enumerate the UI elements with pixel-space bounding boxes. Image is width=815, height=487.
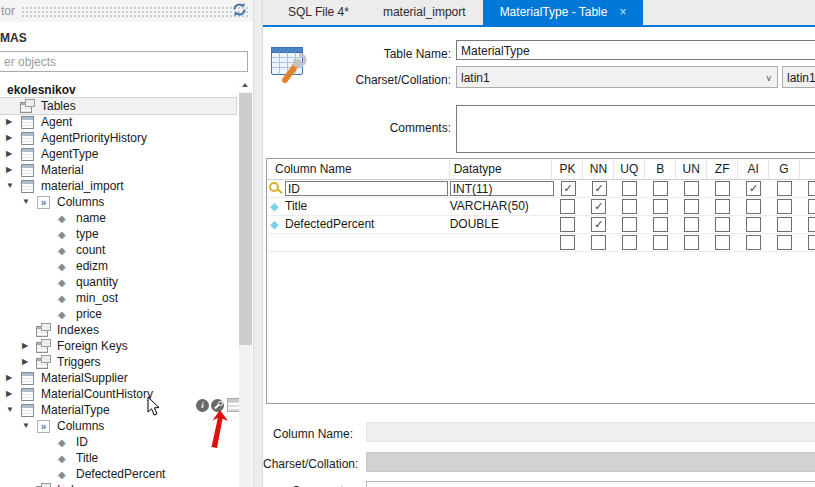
tree-item-column-defectedpercent[interactable]: DefectedPercent (0, 466, 238, 482)
expand-arrow[interactable] (22, 354, 36, 370)
tree-item-material[interactable]: Material (0, 162, 238, 178)
expand-arrow[interactable] (6, 130, 20, 146)
scrollbar-up-arrow[interactable] (239, 78, 252, 92)
tree-item-column-title[interactable]: Title (0, 450, 238, 466)
tree-item-schema[interactable]: ekolesnikov (0, 82, 238, 98)
column-row-empty[interactable] (267, 234, 815, 252)
table-name-input[interactable]: MaterialType (456, 40, 815, 60)
expand-arrow[interactable] (6, 162, 20, 178)
column-name-cell[interactable]: Title (285, 199, 450, 214)
expand-arrow[interactable] (6, 114, 20, 130)
table-wrench-icon[interactable] (211, 399, 224, 412)
tree-item-column-min-ost[interactable]: min_ost (0, 290, 238, 306)
pk-checkbox[interactable] (560, 217, 575, 232)
tree-item-column-price[interactable]: price (0, 306, 238, 322)
tree-item-column-edizm[interactable]: edizm (0, 258, 238, 274)
partial-checkbox[interactable] (808, 235, 815, 250)
pk-checkbox[interactable]: ✓ (561, 181, 576, 196)
datatype-cell[interactable]: DOUBLE (450, 217, 553, 232)
comments-textarea[interactable] (456, 105, 815, 153)
uq-checkbox[interactable] (622, 181, 637, 196)
g-checkbox[interactable] (777, 235, 792, 250)
un-checkbox[interactable] (684, 181, 699, 196)
tree-item-foreign-keys[interactable]: Foreign Keys (0, 338, 238, 354)
column-name-editbox[interactable]: ID (285, 181, 448, 196)
partial-checkbox[interactable] (808, 217, 815, 232)
column-row-defectedpercent[interactable]: DefectedPercent DOUBLE ✓ (267, 216, 815, 234)
tab-sql-file-4[interactable]: SQL File 4* (271, 0, 366, 25)
zf-checkbox[interactable] (715, 199, 730, 214)
tree-item-column-id[interactable]: ID (0, 434, 238, 450)
expand-arrow[interactable] (6, 178, 20, 194)
pk-checkbox[interactable] (560, 199, 575, 214)
g-checkbox[interactable] (777, 181, 792, 196)
header-g[interactable]: G (769, 160, 800, 179)
ai-checkbox[interactable] (746, 199, 761, 214)
header-datatype[interactable]: Datatype (450, 160, 553, 179)
tree-item-agenttype[interactable]: AgentType (0, 146, 238, 162)
header-un[interactable]: UN (676, 160, 707, 179)
expand-arrow[interactable] (6, 370, 20, 386)
tab-material-import[interactable]: material_import (366, 0, 483, 25)
pk-checkbox[interactable] (560, 235, 575, 250)
tree-item-indexes-materialtype[interactable]: Indexes (0, 482, 238, 487)
expand-arrow[interactable] (22, 418, 36, 434)
header-ai[interactable]: AI (738, 160, 769, 179)
ai-checkbox[interactable]: ✓ (746, 181, 761, 196)
nn-checkbox[interactable]: ✓ (592, 181, 607, 196)
zf-checkbox[interactable] (715, 235, 730, 250)
tab-materialtype-table[interactable]: MaterialType - Table× (483, 0, 644, 25)
header-b[interactable]: B (645, 160, 676, 179)
header-nn[interactable]: NN (583, 160, 614, 179)
scrollbar-thumb[interactable] (239, 93, 252, 345)
tree-item-column-type[interactable]: type (0, 226, 238, 242)
un-checkbox[interactable] (684, 217, 699, 232)
uq-checkbox[interactable] (622, 199, 637, 214)
b-checkbox[interactable] (653, 199, 668, 214)
partial-checkbox[interactable] (808, 181, 815, 196)
ai-checkbox[interactable] (746, 235, 761, 250)
column-name-cell[interactable]: DefectedPercent (285, 217, 450, 232)
expand-arrow[interactable] (22, 194, 36, 210)
nn-checkbox[interactable]: ✓ (591, 199, 606, 214)
filter-objects-input[interactable]: er objects (0, 51, 248, 72)
datatype-cell[interactable]: VARCHAR(50) (450, 199, 553, 214)
uq-checkbox[interactable] (622, 217, 637, 232)
header-pk[interactable]: PK (552, 160, 583, 179)
expand-arrow[interactable] (22, 482, 36, 487)
b-checkbox[interactable] (653, 181, 668, 196)
nn-checkbox[interactable] (591, 235, 606, 250)
panel-divider[interactable] (253, 0, 262, 487)
expand-arrow[interactable] (22, 338, 36, 354)
tree-item-column-name[interactable]: name (0, 210, 238, 226)
zf-checkbox[interactable] (715, 181, 730, 196)
column-row-title[interactable]: Title VARCHAR(50) ✓ (267, 198, 815, 216)
tree-item-columns[interactable]: Columns (0, 194, 238, 210)
tree-item-columns-materialtype[interactable]: Columns (0, 418, 238, 434)
expand-arrow[interactable] (6, 146, 20, 162)
tree-item-column-count[interactable]: count (0, 242, 238, 258)
tree-item-material-import[interactable]: material_import (0, 178, 238, 194)
tree-item-agentpriorityhistory[interactable]: AgentPriorityHistory (0, 130, 238, 146)
tree-item-column-quantity[interactable]: quantity (0, 274, 238, 290)
expand-arrow[interactable] (6, 386, 20, 402)
nn-checkbox[interactable]: ✓ (591, 217, 606, 232)
partial-checkbox[interactable] (808, 199, 815, 214)
datatype-cell[interactable]: INT(11) (450, 181, 553, 197)
un-checkbox[interactable] (684, 199, 699, 214)
table-info-icon[interactable]: i (196, 399, 209, 412)
zf-checkbox[interactable] (715, 217, 730, 232)
header-column-name[interactable]: Column Name (267, 160, 450, 179)
ai-checkbox[interactable] (746, 217, 761, 232)
expand-arrow[interactable] (6, 402, 20, 418)
close-tab-icon[interactable]: × (619, 5, 626, 19)
uq-checkbox[interactable] (622, 235, 637, 250)
header-zf[interactable]: ZF (707, 160, 738, 179)
b-checkbox[interactable] (653, 217, 668, 232)
column-name-cell[interactable]: ID (285, 181, 450, 197)
charset-select[interactable]: latin1 ∨ (456, 66, 778, 88)
tree-item-tables[interactable]: Tables (0, 98, 236, 114)
column-row-id[interactable]: ID INT(11) ✓ ✓ ✓ (267, 180, 815, 198)
tree-scrollbar[interactable] (239, 78, 252, 487)
collation-select[interactable]: latin1_ (782, 66, 815, 88)
